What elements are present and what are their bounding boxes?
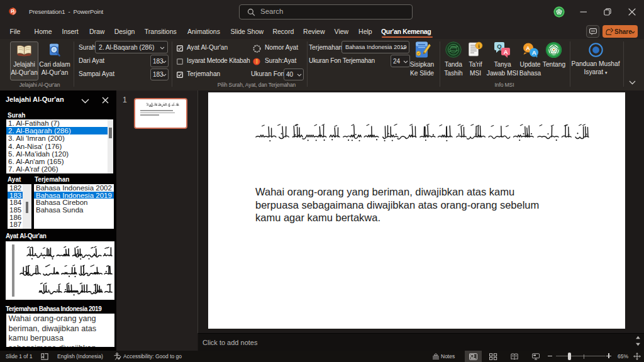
svg-text:P: P — [11, 8, 14, 14]
svg-text:A: A — [532, 49, 536, 56]
svg-text:A: A — [504, 48, 508, 55]
svg-text:A: A — [526, 45, 530, 52]
svg-text:Q: Q — [497, 43, 501, 50]
